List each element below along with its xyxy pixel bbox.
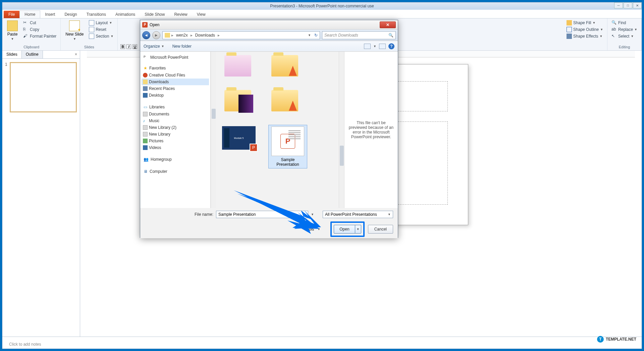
cut-label: Cut bbox=[30, 20, 36, 25]
folder-item[interactable] bbox=[266, 90, 303, 111]
tree-creative-cloud[interactable]: Creative Cloud Files bbox=[142, 72, 209, 79]
tab-insert[interactable]: Insert bbox=[40, 11, 60, 18]
tree-downloads[interactable]: Downloads bbox=[142, 79, 209, 85]
open-label: Open bbox=[339, 227, 349, 232]
slide-thumbnail-1[interactable] bbox=[10, 62, 77, 112]
file-list[interactable]: Module 5 P P Sample Presentation bbox=[216, 52, 339, 208]
section-button[interactable]: Section▼ bbox=[88, 33, 115, 39]
tree-documents[interactable]: Documents bbox=[142, 111, 209, 117]
tree-new-library[interactable]: New Library bbox=[142, 131, 209, 138]
tools-dropdown[interactable]: ▼ bbox=[317, 228, 320, 231]
shape-effects-button[interactable]: Shape Effects▼ bbox=[565, 33, 604, 39]
italic-button[interactable]: I bbox=[126, 44, 131, 49]
tab-home[interactable]: Home bbox=[19, 10, 40, 18]
tab-animations[interactable]: Animations bbox=[111, 11, 140, 18]
shape-fill-button[interactable]: Shape Fill▼ bbox=[565, 20, 604, 26]
tree-scrollbar[interactable] bbox=[211, 52, 216, 208]
window-minimize-button[interactable]: ─ bbox=[614, 2, 623, 8]
videos-icon bbox=[143, 145, 148, 150]
tree-app-folder-label: Microsoft PowerPoint bbox=[150, 55, 188, 60]
slide-panel-close-button[interactable]: × bbox=[72, 51, 80, 58]
file-type-select[interactable]: All PowerPoint Presentations ▼ bbox=[323, 211, 393, 218]
breadcrumb[interactable]: ▸ wen2x ▸ Downloads ▸ ▼ ↻ bbox=[162, 31, 320, 39]
tree-videos[interactable]: Videos bbox=[142, 144, 209, 151]
select-button[interactable]: ↖Select▼ bbox=[610, 33, 639, 39]
folder-icon bbox=[271, 55, 298, 77]
view-mode-button[interactable] bbox=[364, 44, 371, 49]
preview-toggle-button[interactable] bbox=[379, 44, 386, 49]
replace-button[interactable]: abReplace▼ bbox=[610, 27, 639, 33]
recent-icon bbox=[143, 86, 148, 91]
open-split-dropdown[interactable]: ▼ bbox=[355, 225, 361, 234]
slide-panel-tab-outline[interactable]: Outline bbox=[22, 51, 43, 58]
tools-button[interactable]: Tools bbox=[305, 227, 314, 232]
file-name-input[interactable] bbox=[216, 211, 308, 218]
tab-view[interactable]: View bbox=[192, 11, 210, 18]
file-type-label: All PowerPoint Presentations bbox=[325, 212, 377, 217]
folder-item[interactable] bbox=[266, 55, 303, 77]
bold-button[interactable]: B bbox=[120, 44, 125, 49]
copy-button[interactable]: ⎘Copy bbox=[22, 27, 58, 33]
open-button[interactable]: Open bbox=[334, 225, 355, 234]
window-close-button[interactable]: ✕ bbox=[633, 2, 642, 8]
tree-music[interactable]: ♪Music bbox=[142, 117, 209, 124]
notes-pane[interactable]: Click to add notes bbox=[2, 337, 642, 351]
chevron-down-icon: ▼ bbox=[73, 37, 76, 41]
new-folder-button[interactable]: New folder bbox=[172, 44, 192, 49]
organize-label: Organize bbox=[144, 44, 160, 49]
breadcrumb-dropdown[interactable]: ▼ bbox=[308, 34, 311, 37]
tree-libraries[interactable]: ▭Libraries bbox=[142, 103, 209, 111]
help-icon[interactable]: ? bbox=[388, 43, 394, 49]
tree-recent-places[interactable]: Recent Places bbox=[142, 85, 209, 92]
folder-item[interactable] bbox=[219, 55, 256, 77]
nav-back-button[interactable]: ◄ bbox=[142, 31, 150, 39]
cancel-button[interactable]: Cancel bbox=[368, 225, 393, 234]
tab-slideshow[interactable]: Slide Show bbox=[140, 11, 169, 18]
tab-transitions[interactable]: Transitions bbox=[82, 11, 111, 18]
new-slide-button[interactable]: ✦ New Slide ▼ bbox=[63, 20, 86, 41]
cut-button[interactable]: ✂Cut bbox=[22, 20, 58, 26]
tree-homegroup[interactable]: 👥Homegroup bbox=[142, 156, 209, 163]
dialog-close-button[interactable]: ✕ bbox=[380, 21, 396, 28]
window-maximize-button[interactable]: □ bbox=[624, 2, 632, 8]
tree-new-library-2[interactable]: New Library (2) bbox=[142, 124, 209, 131]
ppt-file-sample[interactable]: P Sample Presentation bbox=[268, 125, 307, 168]
ribbon-tabs: File Home Insert Design Transitions Anim… bbox=[2, 10, 642, 18]
layout-button[interactable]: Layout▼ bbox=[88, 20, 115, 26]
new-slide-label: New Slide bbox=[65, 32, 84, 37]
shape-outline-button[interactable]: Shape Outline▼ bbox=[565, 27, 604, 33]
ppt-file-module[interactable]: Module 5 P bbox=[219, 125, 258, 168]
tree-computer[interactable]: 🖥Computer bbox=[142, 168, 209, 175]
file-list-scrollbar[interactable] bbox=[339, 52, 344, 208]
breadcrumb-user[interactable]: wen2x bbox=[175, 33, 189, 38]
shape-outline-label: Shape Outline bbox=[573, 27, 599, 32]
shape-fill-label: Shape Fill bbox=[573, 20, 591, 25]
reset-button[interactable]: Reset bbox=[88, 27, 115, 33]
format-painter-button[interactable]: 🖌Format Painter bbox=[22, 33, 58, 39]
clipboard-icon bbox=[7, 20, 18, 31]
breadcrumb-folder[interactable]: Downloads bbox=[194, 33, 216, 38]
organize-button[interactable]: Organize ▼ bbox=[144, 44, 164, 49]
refresh-icon[interactable]: ↻ bbox=[314, 33, 318, 38]
paste-button[interactable]: Paste ▼ bbox=[5, 20, 20, 41]
window-titlebar: Presentation3 - Microsoft PowerPoint non… bbox=[2, 2, 642, 10]
tab-file[interactable]: File bbox=[4, 11, 19, 18]
tree-favorites[interactable]: ★Favorites bbox=[142, 64, 209, 72]
library-icon bbox=[143, 125, 148, 130]
slide-panel-tab-slides[interactable]: Slides bbox=[2, 51, 22, 58]
tab-review[interactable]: Review bbox=[169, 11, 192, 18]
library-icon: ▭ bbox=[144, 105, 147, 109]
search-input[interactable]: Search Downloads 🔍 bbox=[322, 31, 396, 39]
find-button[interactable]: 🔍Find bbox=[610, 20, 639, 26]
tree-desktop[interactable]: Desktop bbox=[142, 92, 209, 99]
tree-app-folder[interactable]: PMicrosoft PowerPoint bbox=[142, 54, 209, 61]
ppt-thumbnail-icon: P bbox=[271, 127, 304, 156]
file-name-dropdown[interactable]: ▼ bbox=[311, 213, 314, 216]
chevron-down-icon[interactable]: ▼ bbox=[373, 45, 376, 48]
folder-item[interactable] bbox=[219, 90, 256, 111]
underline-button[interactable]: U bbox=[132, 44, 137, 49]
nav-forward-button[interactable]: ► bbox=[152, 31, 160, 39]
tree-pictures[interactable]: Pictures bbox=[142, 138, 209, 144]
find-label: Find bbox=[618, 20, 626, 25]
tab-design[interactable]: Design bbox=[60, 11, 82, 18]
